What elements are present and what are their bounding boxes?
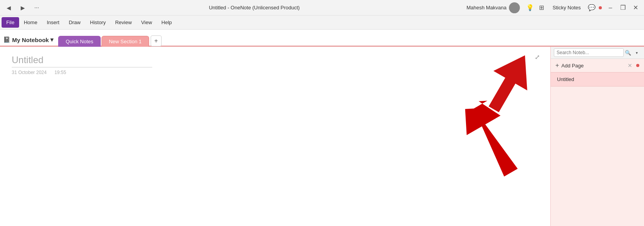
bulb-icon-button[interactable]: 💡 <box>525 2 535 13</box>
menu-home[interactable]: Home <box>19 17 42 28</box>
note-title: Untitled <box>12 55 152 67</box>
titlebar-left: ◀ ▶ ⋯ <box>3 2 42 13</box>
add-page-row[interactable]: + Add Page ✕ <box>551 59 644 72</box>
forward-button[interactable]: ▶ <box>17 2 28 13</box>
sectionsbar: 📓 My Notebook ▾ Quick Notes New Section … <box>0 30 644 47</box>
main-area: ⤢ Untitled 31 October 2024 19:55 <box>0 47 644 226</box>
more-button[interactable]: ⋯ <box>31 2 42 13</box>
page-item[interactable]: Untitled <box>551 72 644 87</box>
right-panel: 🔍 ▾ + Add Page ✕ Untitled <box>550 47 644 226</box>
expand-button[interactable]: ⤢ <box>532 51 543 62</box>
note-meta: 31 October 2024 19:55 <box>12 70 539 75</box>
tab-quick-notes[interactable]: Quick Notes <box>58 36 101 47</box>
svg-point-1 <box>511 10 518 13</box>
window-title: Untitled - OneNote (Unlicensed Product) <box>42 5 466 11</box>
sticky-notes-button[interactable]: Sticky Notes <box>549 3 585 12</box>
search-button[interactable]: 🔍 <box>624 48 632 57</box>
close-button[interactable]: ✕ <box>630 2 641 13</box>
user-area: Mahesh Makvana <box>466 2 520 13</box>
note-time: 19:55 <box>54 70 66 75</box>
minimize-button[interactable]: – <box>605 2 616 13</box>
search-input[interactable] <box>554 48 624 57</box>
svg-point-0 <box>512 4 517 9</box>
menu-draw[interactable]: Draw <box>64 17 85 28</box>
notebook-name: My Notebook <box>12 37 49 43</box>
panel-background <box>551 87 644 226</box>
layout-icon-button[interactable]: ⊞ <box>536 2 547 13</box>
top-icons: 💡 ⊞ <box>525 2 547 13</box>
add-section-button[interactable]: + <box>151 35 162 46</box>
avatar <box>509 2 520 13</box>
red-dot <box>636 64 639 67</box>
svg-marker-3 <box>464 97 528 182</box>
titlebar: ◀ ▶ ⋯ Untitled - OneNote (Unlicensed Pro… <box>0 0 644 16</box>
back-button[interactable]: ◀ <box>3 2 14 13</box>
add-page-plus-icon: + <box>555 62 559 69</box>
menu-view[interactable]: View <box>137 17 157 28</box>
notebook-chevron: ▾ <box>50 36 53 43</box>
user-name: Mahesh Makvana <box>466 5 507 11</box>
notebook-icon: 📓 <box>3 36 11 43</box>
restore-button[interactable]: ❒ <box>617 2 628 13</box>
search-area: 🔍 ▾ <box>551 47 644 59</box>
menu-insert[interactable]: Insert <box>42 17 64 28</box>
menu-history[interactable]: History <box>85 17 110 28</box>
arrow-overlay <box>464 97 543 183</box>
search-dropdown-button[interactable]: ▾ <box>632 48 641 57</box>
titlebar-right: Mahesh Makvana 💡 ⊞ Sticky Notes 💬 – ❒ ✕ <box>466 2 641 13</box>
tab-new-section[interactable]: New Section 1 <box>101 36 149 47</box>
sticky-notes-label: Sticky Notes <box>553 5 581 11</box>
add-page-close-icon[interactable]: ✕ <box>628 62 632 69</box>
menu-review[interactable]: Review <box>110 17 137 28</box>
menu-file[interactable]: File <box>2 17 19 28</box>
notification-dot <box>599 6 602 9</box>
add-page-label: Add Page <box>561 63 584 69</box>
note-date: 31 October 2024 <box>12 70 46 75</box>
menu-help[interactable]: Help <box>157 17 177 28</box>
menubar: File Home Insert Draw History Review Vie… <box>0 16 644 30</box>
chat-icon-button[interactable]: 💬 <box>586 2 597 13</box>
note-area: ⤢ Untitled 31 October 2024 19:55 <box>0 47 550 226</box>
notebook-title[interactable]: 📓 My Notebook ▾ <box>3 36 53 46</box>
